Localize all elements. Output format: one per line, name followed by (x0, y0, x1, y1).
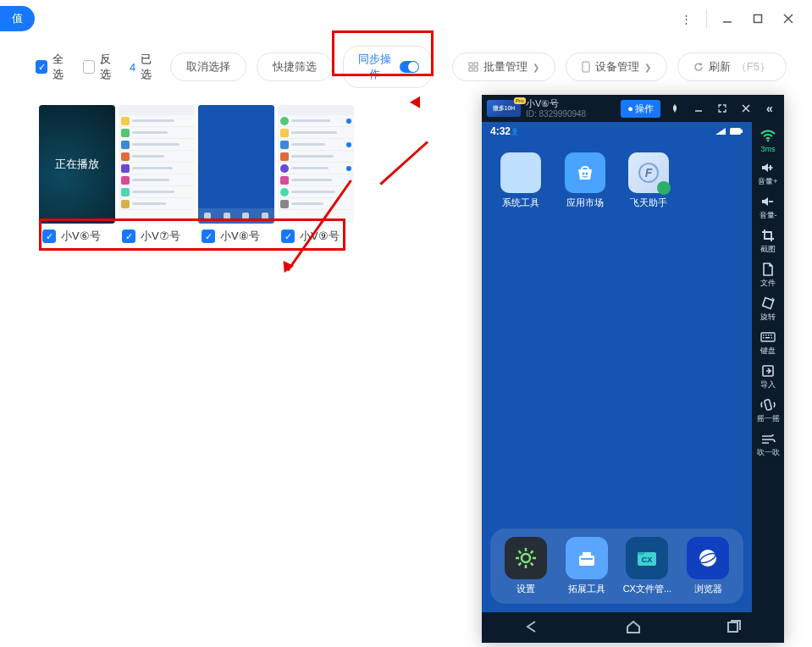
file-icon (759, 262, 777, 277)
minimize-icon[interactable] (712, 3, 743, 34)
device-thumbnail[interactable] (119, 105, 195, 224)
svg-rect-44 (763, 337, 765, 339)
phone-title-text: 小V⑥号 (526, 98, 586, 109)
phone-screen[interactable]: 4:32 👤 系统工具 应用市场 (482, 122, 752, 612)
svg-line-25 (518, 563, 521, 566)
volume-down-icon (759, 194, 777, 209)
svg-rect-29 (581, 558, 593, 560)
chevron-right-icon: ❯ (644, 63, 651, 72)
svg-rect-46 (771, 337, 773, 339)
device-card[interactable]: 小V⑦号 (119, 105, 195, 247)
device-card[interactable]: 小V⑨号 (278, 105, 354, 247)
sync-label: 同步操作 (356, 52, 394, 82)
select-all-checkbox[interactable] (36, 60, 47, 74)
cancel-selection-button[interactable]: 取消选择 (170, 53, 246, 81)
device-thumbnail[interactable] (278, 105, 354, 224)
sync-toggle-icon[interactable] (400, 61, 418, 73)
phone-titlebar: 微多10H Pro 小V⑥号 ID: 8329990948 ● 操作 « (482, 95, 784, 122)
selected-count: 4 已选 (130, 52, 160, 82)
app-label: 设置 (516, 583, 535, 595)
signal-icon (715, 127, 726, 135)
app-ft-helper[interactable]: F 飞天助手 (628, 152, 669, 209)
volume-up-icon (759, 160, 777, 175)
rail-wifi[interactable]: 3ms (759, 127, 777, 155)
app-label: CX文件管... (623, 583, 671, 595)
app-label: 飞天助手 (630, 196, 667, 209)
device-manage-button[interactable]: 设备管理❯ (566, 53, 667, 81)
invert-group[interactable]: 反选 (83, 52, 120, 82)
device-thumbnail[interactable] (198, 105, 274, 224)
svg-rect-38 (763, 298, 774, 309)
rail-blow[interactable]: 吹一吹 (757, 429, 780, 460)
shake-icon (759, 397, 777, 412)
device-icon (582, 61, 590, 73)
device-name: 小V⑥号 (61, 229, 101, 244)
svg-point-18 (522, 554, 530, 562)
count-number: 4 (130, 61, 135, 74)
app-system-tools[interactable]: 系统工具 (500, 152, 541, 209)
device-card[interactable]: 小V⑧号 (198, 105, 274, 247)
svg-rect-40 (763, 335, 765, 336)
pin-icon[interactable] (666, 99, 684, 118)
recharge-button[interactable]: 值 (0, 6, 35, 31)
operate-button[interactable]: ● 操作 (621, 100, 660, 118)
count-label: 已选 (141, 52, 159, 82)
device-checkbox[interactable] (122, 229, 135, 243)
svg-rect-4 (469, 63, 472, 66)
app-ext-tools[interactable]: 拓展工具 (566, 537, 608, 595)
svg-rect-7 (474, 68, 478, 71)
close-icon[interactable] (773, 3, 804, 34)
wind-icon (759, 431, 777, 446)
keyboard-icon (759, 329, 777, 345)
svg-point-34 (767, 140, 769, 141)
device-thumbnail[interactable]: 正在播放 (39, 105, 115, 224)
phone-navbar (482, 612, 784, 643)
minimize-icon[interactable] (689, 99, 708, 118)
svg-rect-6 (469, 68, 472, 71)
batch-manage-button[interactable]: 批量管理❯ (452, 53, 555, 81)
rail-file[interactable]: 文件 (759, 260, 777, 290)
device-name: 小V⑧号 (220, 229, 260, 244)
svg-line-26 (531, 551, 533, 554)
nav-recent-icon[interactable] (726, 619, 743, 637)
rail-shake[interactable]: 摇一摇 (757, 395, 780, 426)
select-all-group[interactable]: 全选 (36, 52, 73, 82)
status-time: 4:32 (490, 125, 511, 137)
collapse-icon[interactable]: « (760, 99, 779, 118)
maximize-icon[interactable] (743, 3, 773, 34)
app-label: 浏览器 (694, 583, 722, 595)
device-checkbox[interactable] (281, 229, 295, 243)
rail-rotate[interactable]: 旋转 (759, 294, 777, 324)
device-checkbox[interactable] (42, 229, 56, 243)
nav-back-icon[interactable] (523, 619, 542, 637)
quick-filter-button[interactable]: 快捷筛选 (257, 53, 333, 81)
device-card[interactable]: 正在播放 小V⑥号 (39, 105, 115, 247)
rail-keyboard[interactable]: 键盘 (759, 328, 777, 358)
phone-preview-panel: 微多10H Pro 小V⑥号 ID: 8329990948 ● 操作 « 4:3… (482, 95, 784, 643)
app-grid: 系统工具 应用市场 F 飞天助手 (482, 141, 752, 209)
sync-operate-button[interactable]: 同步操作 (343, 46, 432, 88)
app-settings[interactable]: 设置 (505, 537, 547, 595)
app-cx-files[interactable]: CX CX文件管... (623, 537, 671, 595)
window-header: 值 ⋮ (0, 0, 812, 37)
rail-volume-down[interactable]: 音量- (759, 192, 777, 223)
batch-icon (468, 62, 478, 72)
svg-point-14 (582, 173, 584, 175)
device-checkbox[interactable] (202, 229, 215, 243)
app-label: 系统工具 (502, 196, 539, 209)
nav-home-icon[interactable] (625, 619, 642, 637)
app-browser[interactable]: 浏览器 (687, 537, 729, 595)
app-market[interactable]: 应用市场 (565, 152, 605, 209)
svg-rect-45 (765, 337, 770, 339)
refresh-button[interactable]: 刷新（F5） (677, 53, 787, 81)
rail-volume-up[interactable]: 音量+ (758, 158, 777, 189)
rail-import[interactable]: 导入 (759, 362, 777, 392)
playing-label: 正在播放 (55, 157, 99, 172)
invert-checkbox[interactable] (83, 60, 95, 74)
rail-screenshot[interactable]: 截图 (759, 226, 777, 257)
chevron-right-icon: ❯ (533, 63, 539, 72)
more-icon[interactable]: ⋮ (671, 3, 701, 34)
fullscreen-icon[interactable] (713, 99, 732, 118)
close-icon[interactable] (737, 99, 755, 118)
crop-icon (759, 228, 777, 243)
